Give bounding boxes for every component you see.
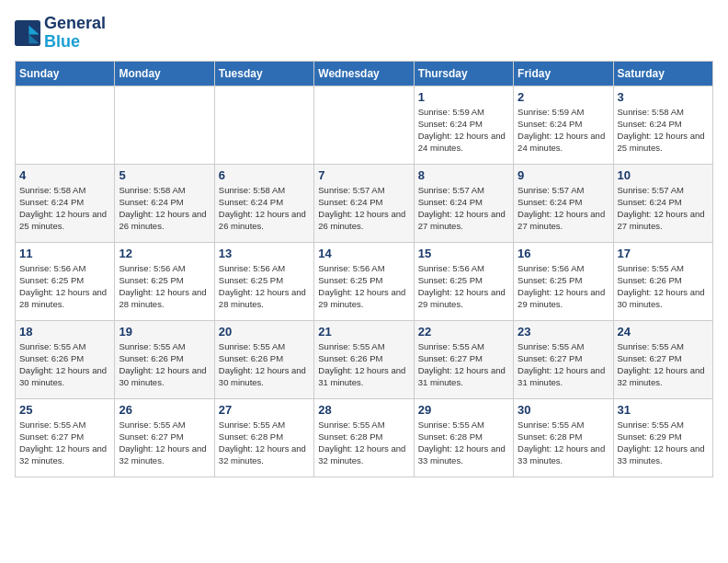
day-info: Sunrise: 5:58 AM Sunset: 6:24 PM Dayligh… <box>119 184 210 233</box>
day-info: Sunrise: 5:55 AM Sunset: 6:26 PM Dayligh… <box>618 262 709 311</box>
day-info: Sunrise: 5:59 AM Sunset: 6:24 PM Dayligh… <box>418 106 509 155</box>
day-number: 18 <box>19 325 110 339</box>
calendar-week-row: 18Sunrise: 5:55 AM Sunset: 6:26 PM Dayli… <box>16 320 713 398</box>
day-info: Sunrise: 5:58 AM Sunset: 6:24 PM Dayligh… <box>219 184 310 233</box>
calendar-day-cell: 2Sunrise: 5:59 AM Sunset: 6:24 PM Daylig… <box>514 86 613 164</box>
calendar-table: SundayMondayTuesdayWednesdayThursdayFrid… <box>15 61 713 477</box>
calendar-day-cell: 14Sunrise: 5:56 AM Sunset: 6:25 PM Dayli… <box>314 242 414 320</box>
day-number: 25 <box>19 403 110 417</box>
calendar-day-cell: 30Sunrise: 5:55 AM Sunset: 6:28 PM Dayli… <box>514 398 613 477</box>
calendar-day-cell: 20Sunrise: 5:55 AM Sunset: 6:26 PM Dayli… <box>214 320 313 398</box>
calendar-day-cell: 4Sunrise: 5:58 AM Sunset: 6:24 PM Daylig… <box>16 164 115 242</box>
logo-icon <box>15 20 40 46</box>
day-number: 1 <box>418 90 509 104</box>
calendar-week-row: 4Sunrise: 5:58 AM Sunset: 6:24 PM Daylig… <box>16 164 713 242</box>
day-info: Sunrise: 5:55 AM Sunset: 6:26 PM Dayligh… <box>318 340 409 389</box>
day-info: Sunrise: 5:55 AM Sunset: 6:26 PM Dayligh… <box>19 340 110 389</box>
day-number: 30 <box>518 403 609 417</box>
calendar-week-row: 1Sunrise: 5:59 AM Sunset: 6:24 PM Daylig… <box>16 86 713 164</box>
day-number: 23 <box>518 325 609 339</box>
calendar-day-cell: 27Sunrise: 5:55 AM Sunset: 6:28 PM Dayli… <box>214 398 313 477</box>
calendar-day-cell: 17Sunrise: 5:55 AM Sunset: 6:26 PM Dayli… <box>613 242 712 320</box>
logo-line2: Blue <box>44 32 80 51</box>
calendar-day-cell <box>115 86 214 164</box>
day-number: 4 <box>19 168 110 182</box>
calendar-day-cell: 26Sunrise: 5:55 AM Sunset: 6:27 PM Dayli… <box>115 398 214 477</box>
day-info: Sunrise: 5:56 AM Sunset: 6:25 PM Dayligh… <box>318 262 409 311</box>
day-info: Sunrise: 5:56 AM Sunset: 6:25 PM Dayligh… <box>418 262 509 311</box>
calendar-day-cell: 31Sunrise: 5:55 AM Sunset: 6:29 PM Dayli… <box>613 398 712 477</box>
calendar-day-cell: 10Sunrise: 5:57 AM Sunset: 6:24 PM Dayli… <box>613 164 712 242</box>
day-number: 12 <box>119 247 210 260</box>
day-info: Sunrise: 5:55 AM Sunset: 6:26 PM Dayligh… <box>119 340 210 389</box>
day-number: 26 <box>119 403 210 417</box>
calendar-day-cell: 28Sunrise: 5:55 AM Sunset: 6:28 PM Dayli… <box>314 398 414 477</box>
day-number: 31 <box>618 403 709 417</box>
calendar-day-cell: 9Sunrise: 5:57 AM Sunset: 6:24 PM Daylig… <box>514 164 613 242</box>
day-info: Sunrise: 5:57 AM Sunset: 6:24 PM Dayligh… <box>318 184 409 233</box>
day-header-sunday: Sunday <box>16 61 115 86</box>
calendar-day-cell: 23Sunrise: 5:55 AM Sunset: 6:27 PM Dayli… <box>514 320 613 398</box>
day-header-monday: Monday <box>115 61 214 86</box>
calendar-day-cell: 1Sunrise: 5:59 AM Sunset: 6:24 PM Daylig… <box>414 86 513 164</box>
day-header-tuesday: Tuesday <box>214 61 313 86</box>
calendar-day-cell: 5Sunrise: 5:58 AM Sunset: 6:24 PM Daylig… <box>115 164 214 242</box>
day-info: Sunrise: 5:56 AM Sunset: 6:25 PM Dayligh… <box>219 262 310 311</box>
calendar-day-cell: 29Sunrise: 5:55 AM Sunset: 6:28 PM Dayli… <box>414 398 513 477</box>
page-header: General Blue <box>15 15 713 52</box>
day-info: Sunrise: 5:57 AM Sunset: 6:24 PM Dayligh… <box>618 184 709 233</box>
calendar-day-cell: 16Sunrise: 5:56 AM Sunset: 6:25 PM Dayli… <box>514 242 613 320</box>
logo-line1: General <box>44 15 106 33</box>
day-info: Sunrise: 5:55 AM Sunset: 6:28 PM Dayligh… <box>418 419 509 467</box>
day-number: 6 <box>219 168 310 182</box>
calendar-week-row: 25Sunrise: 5:55 AM Sunset: 6:27 PM Dayli… <box>16 398 713 477</box>
day-number: 21 <box>318 325 409 339</box>
day-number: 3 <box>618 90 709 104</box>
day-number: 5 <box>119 168 210 182</box>
day-number: 16 <box>518 247 609 260</box>
day-info: Sunrise: 5:56 AM Sunset: 6:25 PM Dayligh… <box>19 262 110 311</box>
day-info: Sunrise: 5:55 AM Sunset: 6:28 PM Dayligh… <box>219 419 310 467</box>
day-number: 10 <box>618 168 709 182</box>
calendar-day-cell: 6Sunrise: 5:58 AM Sunset: 6:24 PM Daylig… <box>214 164 313 242</box>
day-info: Sunrise: 5:55 AM Sunset: 6:27 PM Dayligh… <box>19 419 110 467</box>
calendar-day-cell: 22Sunrise: 5:55 AM Sunset: 6:27 PM Dayli… <box>414 320 513 398</box>
calendar-day-cell: 21Sunrise: 5:55 AM Sunset: 6:26 PM Dayli… <box>314 320 414 398</box>
day-header-friday: Friday <box>514 61 613 86</box>
day-number: 22 <box>418 325 509 339</box>
calendar-day-cell: 8Sunrise: 5:57 AM Sunset: 6:24 PM Daylig… <box>414 164 513 242</box>
day-number: 8 <box>418 168 509 182</box>
calendar-day-cell: 13Sunrise: 5:56 AM Sunset: 6:25 PM Dayli… <box>214 242 313 320</box>
day-number: 11 <box>19 247 110 260</box>
day-info: Sunrise: 5:58 AM Sunset: 6:24 PM Dayligh… <box>19 184 110 233</box>
day-number: 27 <box>219 403 310 417</box>
day-number: 17 <box>618 247 709 260</box>
day-number: 19 <box>119 325 210 339</box>
day-info: Sunrise: 5:57 AM Sunset: 6:24 PM Dayligh… <box>418 184 509 233</box>
calendar-day-cell: 7Sunrise: 5:57 AM Sunset: 6:24 PM Daylig… <box>314 164 414 242</box>
day-info: Sunrise: 5:55 AM Sunset: 6:29 PM Dayligh… <box>618 419 709 467</box>
day-info: Sunrise: 5:55 AM Sunset: 6:27 PM Dayligh… <box>618 340 709 389</box>
day-number: 13 <box>219 247 310 260</box>
day-info: Sunrise: 5:58 AM Sunset: 6:24 PM Dayligh… <box>618 106 709 155</box>
day-info: Sunrise: 5:57 AM Sunset: 6:24 PM Dayligh… <box>518 184 609 233</box>
calendar-day-cell: 25Sunrise: 5:55 AM Sunset: 6:27 PM Dayli… <box>16 398 115 477</box>
day-number: 14 <box>318 247 409 260</box>
logo: General Blue <box>15 15 106 52</box>
calendar-day-cell <box>214 86 313 164</box>
day-info: Sunrise: 5:56 AM Sunset: 6:25 PM Dayligh… <box>518 262 609 311</box>
calendar-day-cell: 12Sunrise: 5:56 AM Sunset: 6:25 PM Dayli… <box>115 242 214 320</box>
calendar-body: 1Sunrise: 5:59 AM Sunset: 6:24 PM Daylig… <box>16 86 713 477</box>
day-number: 7 <box>318 168 409 182</box>
day-number: 28 <box>318 403 409 417</box>
day-number: 20 <box>219 325 310 339</box>
calendar-day-cell: 3Sunrise: 5:58 AM Sunset: 6:24 PM Daylig… <box>613 86 712 164</box>
day-header-saturday: Saturday <box>613 61 712 86</box>
calendar-day-cell: 11Sunrise: 5:56 AM Sunset: 6:25 PM Dayli… <box>16 242 115 320</box>
day-info: Sunrise: 5:55 AM Sunset: 6:28 PM Dayligh… <box>518 419 609 467</box>
day-info: Sunrise: 5:55 AM Sunset: 6:26 PM Dayligh… <box>219 340 310 389</box>
day-info: Sunrise: 5:55 AM Sunset: 6:28 PM Dayligh… <box>318 419 409 467</box>
day-info: Sunrise: 5:59 AM Sunset: 6:24 PM Dayligh… <box>518 106 609 155</box>
calendar-day-cell <box>16 86 115 164</box>
calendar-day-cell: 19Sunrise: 5:55 AM Sunset: 6:26 PM Dayli… <box>115 320 214 398</box>
